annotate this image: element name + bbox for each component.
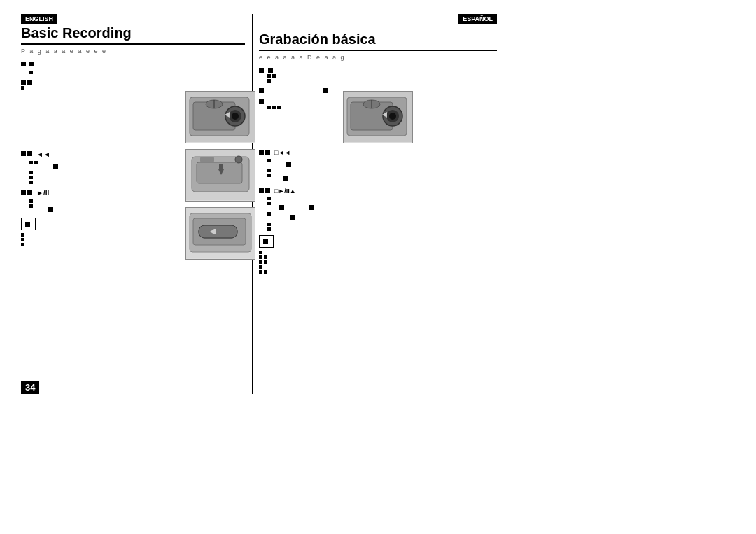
camera-svg-2 — [186, 150, 255, 200]
bullet-icon — [259, 88, 264, 93]
bullet-sm-icon — [21, 86, 24, 90]
bullet-sm-icon — [267, 159, 271, 162]
bullet-icon — [21, 190, 26, 195]
camera-images — [186, 91, 266, 265]
bullet-sm-icon — [277, 106, 281, 109]
bullet-sm-icon — [267, 74, 271, 78]
bullet-sm-icon — [259, 260, 262, 264]
bullet-icon — [323, 88, 328, 93]
camera-image-2 — [186, 149, 255, 202]
right-line-1b — [267, 79, 497, 83]
svg-point-13 — [235, 156, 242, 163]
rw-label: ◄◄ — [36, 150, 50, 160]
right-section-rw: □◄◄ — [259, 148, 497, 183]
bullet-sm-icon — [259, 265, 262, 269]
play-r2-bullet2 — [309, 202, 315, 209]
bullet-sm-icon — [264, 260, 267, 264]
bullet-icon — [25, 222, 30, 227]
right-note-5 — [259, 270, 497, 274]
rw-mid-bullet — [53, 161, 59, 170]
right-section-1 — [259, 66, 497, 94]
left-section-2 — [21, 78, 245, 90]
play-label: ►/II — [36, 188, 49, 198]
camera-image-1 — [186, 91, 255, 143]
bullet-icon — [290, 215, 295, 220]
bullet-sm-icon — [259, 270, 262, 274]
right-play-header: □►/II▲ — [259, 187, 497, 196]
bullet-icon — [29, 62, 34, 66]
right-play-label: □►/II▲ — [274, 187, 296, 196]
left-section-title: Basic Recording — [21, 25, 245, 45]
bullet-sm-icon — [29, 161, 33, 164]
right-note-2 — [259, 255, 497, 259]
right-rw-3 — [267, 174, 497, 183]
right-camera-svg-1 — [344, 92, 413, 142]
bullet-icon — [259, 68, 264, 73]
svg-rect-15 — [219, 164, 223, 169]
left-line-2 — [21, 78, 245, 85]
bullet-sm-icon — [21, 233, 24, 237]
bullet-sm-icon — [272, 74, 276, 78]
spanish-badge-container: ESPAÑOL — [458, 14, 497, 25]
bullet-sm-icon — [267, 202, 271, 205]
bullet-sm-icon — [264, 255, 267, 259]
bullet-sm-icon — [29, 71, 33, 74]
bullet-sm-icon — [34, 161, 38, 164]
bullet-sm-icon — [267, 174, 271, 177]
left-section-1 — [21, 60, 245, 74]
svg-point-5 — [232, 113, 239, 120]
bullet-icon — [265, 188, 270, 193]
right-note-1 — [259, 251, 497, 254]
bullet-sm-icon — [29, 204, 33, 208]
bullet-icon — [279, 205, 284, 210]
right-rw-label: □◄◄ — [274, 148, 290, 157]
page-number: 34 — [21, 381, 39, 394]
camera-svg-3 — [186, 208, 255, 258]
play-r2-bullet — [279, 202, 315, 211]
bullet-icon — [259, 150, 264, 155]
camera-image-3 — [186, 207, 255, 260]
right-rw-1 — [267, 159, 497, 168]
bullet-icon — [309, 205, 314, 210]
right-play-1 — [267, 197, 497, 200]
right-section-title: Grabación básica — [259, 31, 497, 51]
left-note-box — [21, 218, 36, 230]
play-r3-bullet — [290, 212, 296, 221]
bullet-sm-icon — [272, 106, 276, 109]
right-note-3 — [259, 260, 497, 264]
right-rw-2 — [267, 169, 497, 172]
rw-r3-bullet — [283, 174, 289, 183]
right-play-3 — [267, 212, 497, 221]
right-camera-image-1 — [343, 91, 413, 143]
bullet-icon — [27, 190, 32, 195]
bullet-sm-icon — [264, 270, 267, 274]
left-line-1a — [29, 71, 245, 74]
svg-rect-19 — [199, 225, 237, 238]
right-rw-header: □◄◄ — [259, 148, 497, 157]
right-play-4 — [267, 223, 497, 226]
right-play-5 — [267, 227, 497, 231]
bullet-sm-icon — [267, 169, 271, 172]
bullet-icon — [48, 207, 53, 212]
bullet-sm-icon — [259, 251, 262, 254]
spanish-badge: ESPAÑOL — [458, 14, 497, 24]
bullet-icon — [53, 164, 58, 169]
left-line-2a — [21, 86, 245, 90]
bullet-icon — [265, 150, 270, 155]
right-camera-images — [343, 91, 427, 149]
right-section-play: □►/II▲ — [259, 187, 497, 231]
bullet-sm-icon — [21, 243, 24, 246]
svg-rect-12 — [200, 157, 214, 162]
left-line-1 — [21, 60, 245, 69]
right-line-1 — [259, 66, 497, 73]
svg-point-28 — [389, 113, 396, 120]
right-line-1a — [267, 74, 497, 78]
camera-svg-1 — [186, 92, 255, 142]
left-page-line: P a g a a a e a e e e — [21, 48, 245, 55]
bullet-icon — [259, 99, 264, 104]
bullet-icon — [263, 239, 268, 244]
bullet-sm-icon — [29, 176, 33, 179]
bullet-icon — [21, 80, 26, 85]
bullet-sm-icon — [267, 227, 271, 231]
right-page-line: e e a a a a D e a a g — [259, 54, 497, 61]
